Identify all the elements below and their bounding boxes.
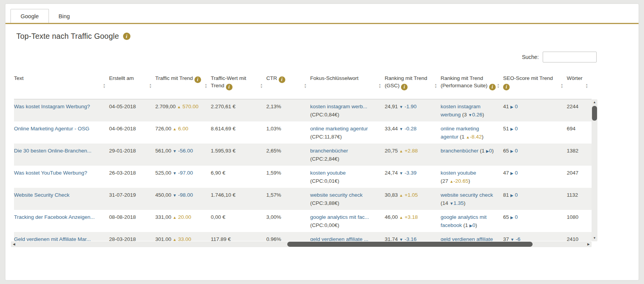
trend-down-indicator: ▼1.35 bbox=[450, 200, 463, 206]
cpc-value: (CPC:3,88€) bbox=[310, 199, 379, 207]
ps-keyword-link[interactable]: branchenbücher bbox=[441, 148, 479, 154]
ctr-value: 2,65% bbox=[266, 144, 310, 166]
focus-keyword-link[interactable]: google analytics mit fac... bbox=[310, 214, 369, 220]
seo-score: 51 ▶ 0 bbox=[503, 121, 567, 144]
scroll-down-button[interactable]: ▼ bbox=[592, 236, 597, 241]
traffic-trend: 525,00 ▼ -97.00 bbox=[155, 166, 211, 188]
traffic-value: 0,00 € bbox=[211, 210, 266, 232]
text-link[interactable]: Geld verdienen mit Affiliate Mar... bbox=[14, 236, 91, 241]
trend-flat-indicator: ▶ 0 bbox=[510, 126, 518, 132]
focus-keyword-link[interactable]: branchenbücher bbox=[310, 148, 348, 154]
info-icon[interactable]: i bbox=[194, 76, 201, 83]
content-card: Google Bing Top-Texte nach Traffic Googl… bbox=[5, 4, 639, 280]
ps-keyword-link[interactable]: geld verdienen affiliate bbox=[441, 236, 493, 241]
focus-keyword-link[interactable]: kosten instagram werb... bbox=[310, 104, 367, 109]
info-icon[interactable]: i bbox=[489, 84, 496, 90]
search-bar: Suche: bbox=[522, 52, 597, 62]
focus-keyword-link[interactable]: geld verdienen affiliate ... bbox=[310, 236, 368, 241]
vertical-scrollbar-thumb[interactable] bbox=[592, 106, 597, 121]
column-header[interactable]: Erstellt am▲▼ bbox=[109, 73, 155, 99]
info-icon[interactable]: i bbox=[503, 84, 510, 90]
focus-keyword-link[interactable]: kosten youtube bbox=[310, 170, 346, 176]
text-link[interactable]: Was kostet Instagram Werbung? bbox=[14, 104, 90, 109]
ctr-value: 1,03% bbox=[266, 121, 310, 144]
seo-score: 65 ▶ 0 bbox=[503, 144, 567, 166]
sort-arrows-icon[interactable]: ▲▼ bbox=[149, 83, 152, 88]
horizontal-scrollbar-thumb[interactable] bbox=[287, 242, 533, 247]
sort-arrows-icon[interactable]: ▲▼ bbox=[304, 83, 307, 88]
table-header: Text▲▼Erstellt am▲▼Traffic mit Trend i▲▼… bbox=[14, 73, 592, 99]
text-link[interactable]: Was kostet YouTube Werbung? bbox=[14, 170, 87, 176]
traffic-value: 2.270,61 € bbox=[211, 99, 266, 121]
cpc-value: (CPC:0,00€) bbox=[310, 221, 379, 229]
word-count: 2410 bbox=[567, 232, 592, 241]
text-link[interactable]: Website Security Check bbox=[14, 192, 69, 198]
focus-keyword-cell: kosten instagram werb...(CPC:0,84€) bbox=[310, 99, 385, 121]
text-cell: Was kostet Instagram Werbung? bbox=[14, 99, 109, 121]
sort-arrows-icon[interactable]: ▲▼ bbox=[103, 83, 106, 88]
column-header[interactable]: SEO-Score mit Trend i▲▼ bbox=[503, 73, 567, 99]
horizontal-scrollbar[interactable]: ◀ ▶ bbox=[11, 241, 592, 247]
column-header[interactable]: Ranking mit Trend (Performance Suite) i▲… bbox=[441, 73, 503, 99]
focus-keyword-link[interactable]: online marketing agentur bbox=[310, 126, 368, 132]
table-body: Was kostet Instagram Werbung?04-05-20182… bbox=[14, 99, 592, 241]
trend-up-indicator: ▲ 6.00 bbox=[173, 126, 188, 132]
column-header[interactable]: Traffic-Wert mit Trend i▲▼ bbox=[211, 73, 266, 99]
ps-keyword-link[interactable]: kosten youtube bbox=[441, 170, 476, 176]
traffic-value: 1.595,93 € bbox=[211, 144, 266, 166]
scroll-up-button[interactable]: ▲ bbox=[592, 100, 597, 105]
created-date: 28-03-2018 bbox=[109, 232, 155, 241]
cpc-value: (CPC:2,84€) bbox=[310, 155, 379, 163]
trend-down-indicator: ▼ -1.90 bbox=[399, 104, 417, 109]
sort-arrows-icon[interactable]: ▲▼ bbox=[497, 83, 500, 88]
ranking-gsc: 30,83 ▲ +1.05 bbox=[385, 188, 441, 210]
column-header[interactable]: Ranking mit Trend (GSC) i▲▼ bbox=[385, 73, 441, 99]
traffic-value: 6,90 € bbox=[211, 166, 266, 188]
title-info-icon[interactable]: i bbox=[123, 33, 130, 40]
search-input[interactable] bbox=[543, 52, 597, 62]
table-row: Website Security Check31-07-2019450,00 ▼… bbox=[14, 188, 592, 210]
info-icon[interactable]: i bbox=[401, 84, 408, 90]
tab-google[interactable]: Google bbox=[10, 9, 49, 23]
column-header[interactable]: Traffic mit Trend i▲▼ bbox=[155, 73, 211, 99]
sort-arrows-icon[interactable]: ▲▼ bbox=[561, 83, 563, 88]
sort-arrows-icon[interactable]: ▲▼ bbox=[585, 83, 588, 88]
ps-keyword-link[interactable]: website security check bbox=[441, 192, 493, 198]
sort-arrows-icon[interactable]: ▲▼ bbox=[378, 83, 381, 88]
created-date: 04-05-2018 bbox=[109, 99, 155, 121]
sort-arrows-icon[interactable]: ▲▼ bbox=[434, 83, 437, 88]
ranking-gsc: 46,00 ▲ +3.18 bbox=[385, 210, 441, 232]
ctr-value: 1,59% bbox=[266, 166, 310, 188]
focus-keyword-link[interactable]: website security check bbox=[310, 192, 363, 198]
created-date: 08-08-2018 bbox=[109, 210, 155, 232]
sort-arrows-icon[interactable]: ▲▼ bbox=[260, 83, 263, 88]
trend-down-indicator: ▼ -3.39 bbox=[399, 170, 417, 176]
scroll-left-button[interactable]: ◀ bbox=[11, 241, 17, 247]
sort-arrows-icon[interactable]: ▲▼ bbox=[205, 83, 207, 88]
column-header[interactable]: Text▲▼ bbox=[14, 73, 109, 99]
vertical-scrollbar[interactable]: ▲ ▼ bbox=[592, 99, 597, 241]
column-header[interactable]: Fokus-Schlüsselwort▲▼ bbox=[310, 73, 385, 99]
tab-bing[interactable]: Bing bbox=[49, 9, 80, 23]
traffic-trend: 561,00 ▼ -56.00 bbox=[155, 144, 211, 166]
metric-value: 65 bbox=[503, 214, 509, 220]
text-link[interactable]: Die 30 besten Online-Branchen... bbox=[14, 148, 92, 154]
column-header[interactable]: Wörter▲▼ bbox=[567, 73, 592, 99]
traffic-value: 1.746,10 € bbox=[211, 188, 266, 210]
table-row: Was kostet Instagram Werbung?04-05-20182… bbox=[14, 99, 592, 121]
text-link[interactable]: Tracking der Facebook Anzeigen... bbox=[14, 214, 95, 220]
text-link[interactable]: Online Marketing Agentur - OSG bbox=[14, 126, 89, 132]
ctr-value: 1,57% bbox=[266, 188, 310, 210]
column-header[interactable]: CTR i▲▼ bbox=[266, 73, 310, 99]
metric-value: 30,83 bbox=[385, 192, 398, 198]
metric-value: 33,44 bbox=[385, 126, 398, 132]
seo-score: 65 ▶ 0 bbox=[503, 210, 567, 232]
scroll-right-button[interactable]: ▶ bbox=[586, 241, 591, 247]
traffic-trend: 726,00 ▲ 6.00 bbox=[155, 121, 211, 144]
focus-keyword-cell: kosten youtube(CPC:0,01€) bbox=[310, 166, 385, 188]
column-label: Ranking mit Trend (Performance Suite) bbox=[441, 75, 488, 88]
column-label: Erstellt am bbox=[109, 75, 134, 81]
table-row: Online Marketing Agentur - OSG04-06-2018… bbox=[14, 121, 592, 144]
info-icon[interactable]: i bbox=[226, 84, 233, 90]
info-icon[interactable]: i bbox=[279, 76, 285, 83]
